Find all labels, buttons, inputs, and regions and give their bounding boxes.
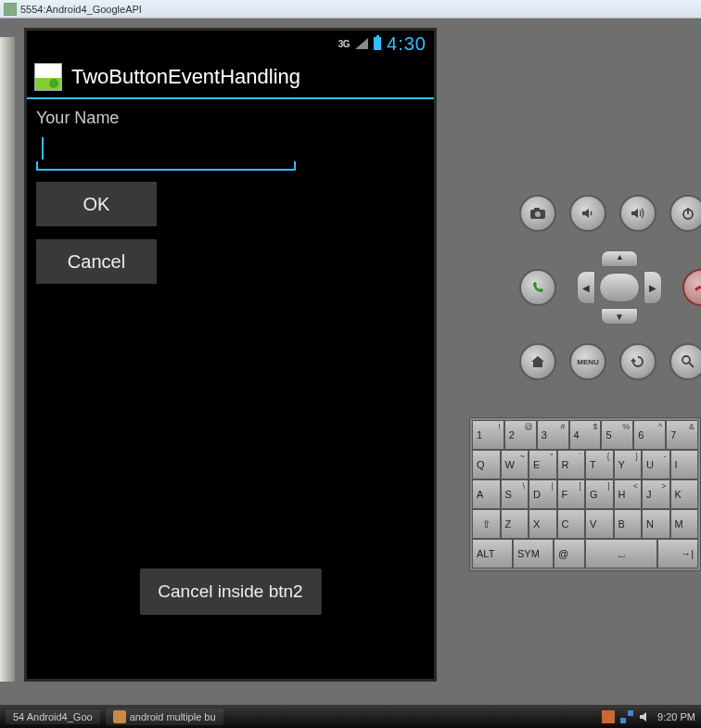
- end-call-button[interactable]: [682, 269, 701, 306]
- key-⇧[interactable]: ⇧: [472, 509, 501, 539]
- search-icon: [681, 354, 695, 369]
- key-h[interactable]: H<: [614, 479, 643, 509]
- svg-point-5: [682, 356, 690, 364]
- key-superscript: @: [525, 422, 533, 431]
- cancel-button[interactable]: Cancel: [36, 239, 157, 284]
- key-superscript: ~: [520, 452, 525, 461]
- dpad-right[interactable]: ▶: [644, 271, 662, 304]
- key-3[interactable]: 3#: [537, 420, 569, 450]
- key-superscript: &: [689, 422, 695, 431]
- key-@[interactable]: @: [554, 539, 585, 568]
- key-t[interactable]: T{: [585, 450, 614, 479]
- key-u[interactable]: U-: [642, 450, 670, 479]
- app-content: Your Name OK Cancel: [27, 99, 434, 306]
- key-superscript: <: [633, 481, 638, 491]
- key-superscript: \: [522, 481, 525, 491]
- volume-up-button[interactable]: [619, 195, 656, 232]
- call-button[interactable]: [519, 269, 556, 306]
- key-j[interactable]: J>: [642, 479, 670, 509]
- taskbar-item-label: 54 Android4_Goo: [13, 711, 93, 722]
- key-5[interactable]: 5%: [601, 420, 633, 450]
- home-button[interactable]: [519, 343, 556, 380]
- menu-label: MENU: [577, 358, 599, 366]
- key-x[interactable]: X: [529, 509, 557, 539]
- camera-button[interactable]: [519, 195, 556, 232]
- key-sym[interactable]: SYM: [513, 539, 554, 568]
- svg-rect-7: [602, 710, 615, 723]
- toast-text: Cancel inside btn2: [158, 581, 302, 601]
- key-a[interactable]: A: [472, 479, 501, 509]
- key-i[interactable]: I: [670, 450, 699, 479]
- key-1[interactable]: 1!: [472, 420, 504, 450]
- key-superscript: -: [664, 452, 667, 461]
- key-→|[interactable]: →|: [657, 539, 698, 568]
- tray-volume-icon[interactable]: [639, 710, 652, 723]
- battery-icon: [374, 37, 381, 50]
- key-y[interactable]: Y}: [614, 450, 643, 479]
- menu-button[interactable]: MENU: [569, 343, 606, 380]
- key-g[interactable]: G]: [585, 479, 614, 509]
- power-button[interactable]: [669, 195, 701, 232]
- dpad: ▼ ◀ ▶: [573, 250, 666, 325]
- key-b[interactable]: B: [614, 509, 643, 539]
- tray-icon[interactable]: [602, 710, 615, 723]
- app-title: TwoButtonEventHandling: [71, 65, 300, 89]
- emulator-keyboard: 1!2@3#4$5%6^7&QW~E"R`T{Y}U-IAS\D|F[G]H<J…: [469, 417, 701, 571]
- window-icon: [4, 3, 17, 16]
- back-button[interactable]: [619, 343, 656, 380]
- dpad-down[interactable]: ▼: [601, 308, 638, 325]
- back-icon: [630, 353, 646, 370]
- svg-rect-8: [620, 718, 626, 723]
- key-superscript: ": [550, 452, 553, 461]
- dpad-up[interactable]: [601, 250, 638, 267]
- home-icon: [530, 354, 545, 369]
- volume-down-button[interactable]: [569, 195, 606, 232]
- key-w[interactable]: W~: [501, 450, 529, 479]
- key-n[interactable]: N: [642, 509, 670, 539]
- ok-button-label: OK: [83, 194, 110, 215]
- key-superscript: $: [593, 422, 597, 431]
- key-q[interactable]: Q: [472, 450, 501, 479]
- ok-button[interactable]: OK: [36, 182, 157, 226]
- taskbar-item[interactable]: android multiple bu: [106, 709, 223, 725]
- svg-rect-1: [534, 208, 540, 211]
- key-d[interactable]: D|: [529, 479, 557, 509]
- emulator-body: 3G 4:30 TwoButtonEventHandling Your Name…: [0, 19, 701, 705]
- key-f[interactable]: F[: [557, 479, 586, 509]
- key-s[interactable]: S\: [501, 479, 529, 509]
- search-button[interactable]: [669, 343, 701, 380]
- cancel-button-label: Cancel: [68, 251, 125, 273]
- key-⎵[interactable]: ⎵: [585, 539, 657, 568]
- signal-icon: [355, 38, 368, 49]
- key-k[interactable]: K: [670, 479, 699, 509]
- key-2[interactable]: 2@: [504, 420, 537, 450]
- key-superscript: [: [579, 481, 581, 491]
- key-7[interactable]: 7&: [666, 420, 698, 450]
- key-4[interactable]: 4$: [569, 420, 602, 450]
- toast-message: Cancel inside btn2: [139, 568, 321, 615]
- key-superscript: |: [551, 481, 553, 491]
- window-titlebar: 5554:Android4_GoogleAPI: [0, 0, 701, 19]
- taskbar-item-label: android multiple bu: [130, 711, 216, 722]
- dpad-left[interactable]: ◀: [577, 271, 595, 304]
- dpad-center[interactable]: [599, 273, 640, 302]
- key-alt[interactable]: ALT: [472, 539, 513, 568]
- key-c[interactable]: C: [557, 509, 586, 539]
- key-e[interactable]: E": [529, 450, 557, 479]
- key-6[interactable]: 6^: [633, 420, 666, 450]
- key-r[interactable]: R`: [557, 450, 586, 479]
- camera-icon: [529, 207, 546, 220]
- taskbar-app-icon: [113, 710, 126, 723]
- key-superscript: }: [635, 452, 638, 461]
- end-call-icon: [693, 282, 701, 293]
- tray-network-icon[interactable]: [620, 710, 633, 723]
- svg-rect-9: [628, 710, 633, 716]
- key-z[interactable]: Z: [501, 509, 529, 539]
- key-v[interactable]: V: [585, 509, 614, 539]
- key-superscript: >: [661, 481, 666, 491]
- key-superscript: ^: [658, 422, 662, 431]
- key-m[interactable]: M: [670, 509, 699, 539]
- window-title: 5554:Android4_GoogleAPI: [20, 4, 142, 15]
- taskbar-item[interactable]: 54 Android4_Goo: [6, 709, 100, 724]
- name-input[interactable]: [36, 132, 296, 171]
